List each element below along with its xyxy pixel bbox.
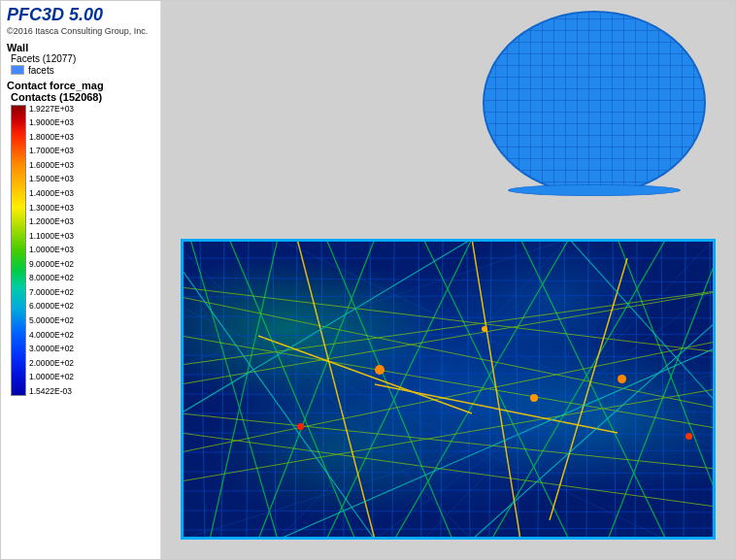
specimen (181, 239, 716, 540)
contact-force-label: Contact force_mag (7, 80, 154, 91)
hotspot-5 (482, 326, 487, 332)
sidebar-panel: PFC3D 5.00 ©2016 Itasca Consulting Group… (1, 1, 161, 559)
legend-value-8: 1.2000E+03 (29, 217, 74, 226)
hotspot-1 (375, 365, 385, 375)
facet-indicator: facets (11, 65, 154, 76)
svg-line-51 (181, 336, 716, 433)
hotspot-6 (686, 433, 692, 440)
legend-colorbar (11, 105, 26, 396)
svg-line-66 (472, 297, 716, 540)
svg-line-6 (181, 373, 716, 375)
force-chains-svg (181, 239, 716, 540)
svg-line-34 (661, 239, 664, 540)
svg-line-19 (295, 239, 297, 540)
specimen-container (181, 239, 716, 540)
facets-label: Facets (12077) (11, 53, 154, 64)
legend-value-18: 2.0000E+02 (29, 359, 74, 368)
svg-line-38 (190, 239, 278, 540)
legend-value-0: 1.9227E+03 (29, 105, 74, 114)
legend-value-3: 1.7000E+03 (29, 147, 74, 155)
facet-color (11, 65, 24, 75)
legend-value-20: 1.5422E-03 (29, 387, 74, 396)
svg-line-41 (326, 239, 452, 540)
facet-text: facets (28, 65, 54, 76)
legend-value-11: 9.0000E+02 (29, 260, 74, 269)
disk-bottom (508, 184, 681, 196)
svg-line-35 (684, 239, 686, 540)
legend-value-15: 5.0000E+02 (29, 316, 74, 325)
legend-value-9: 1.1000E+03 (29, 232, 74, 241)
hotspot-3 (618, 375, 626, 383)
svg-line-30 (564, 239, 567, 540)
legend-value-16: 4.0000E+02 (29, 331, 74, 340)
legend-value-2: 1.8000E+03 (29, 133, 74, 142)
legend-value-19: 1.0000E+02 (29, 373, 74, 381)
svg-line-20 (321, 239, 324, 540)
svg-line-15 (200, 239, 205, 540)
svg-line-55 (181, 287, 716, 365)
legend-value-17: 3.0000E+02 (29, 345, 74, 353)
svg-line-32 (613, 239, 616, 540)
svg-line-71 (181, 239, 569, 365)
legend-value-6: 1.4000E+03 (29, 189, 74, 198)
svg-line-64 (181, 268, 375, 540)
legend-value-14: 6.0000E+02 (29, 302, 74, 311)
viewport (161, 1, 735, 559)
wall-label: Wall (7, 42, 154, 53)
svg-line-36 (710, 239, 713, 540)
svg-line-70 (181, 307, 666, 540)
svg-line-5 (181, 355, 716, 357)
legend-labels: 1.9227E+03 1.9000E+03 1.8000E+03 1.7000E… (29, 105, 74, 396)
svg-line-4 (181, 334, 716, 336)
legend-value-1: 1.9000E+03 (29, 118, 74, 127)
svg-line-72 (375, 268, 716, 540)
app-copyright: ©2016 Itasca Consulting Group, Inc. (7, 26, 154, 36)
svg-line-3 (181, 316, 716, 318)
legend-value-7: 1.3000E+03 (29, 204, 74, 213)
legend-value-4: 1.6000E+03 (29, 161, 74, 170)
svg-line-8 (181, 412, 716, 413)
legend-value-13: 7.0000E+02 (29, 288, 74, 297)
legend: 1.9227E+03 1.9000E+03 1.8000E+03 1.7000E… (11, 105, 154, 396)
legend-value-5: 1.5000E+03 (29, 175, 74, 183)
legend-value-12: 8.0000E+02 (29, 274, 74, 282)
disk-top (483, 11, 706, 195)
svg-line-76 (423, 239, 715, 540)
legend-value-10: 1.0000E+03 (29, 246, 74, 254)
svg-line-67 (569, 239, 716, 433)
svg-line-26 (467, 239, 470, 540)
svg-line-60 (472, 239, 520, 540)
main-window: PFC3D 5.00 ©2016 Itasca Consulting Group… (0, 0, 736, 560)
svg-line-29 (538, 239, 540, 540)
svg-line-46 (394, 239, 569, 540)
svg-line-74 (278, 239, 716, 462)
svg-line-25 (441, 239, 443, 540)
hotspot-2 (530, 394, 538, 402)
app-title: PFC3D 5.00 (7, 5, 154, 26)
contacts-label: Contacts (152068) (11, 91, 154, 103)
hotspot-4 (297, 423, 304, 430)
svg-line-23 (392, 239, 394, 540)
svg-line-42 (258, 239, 375, 540)
